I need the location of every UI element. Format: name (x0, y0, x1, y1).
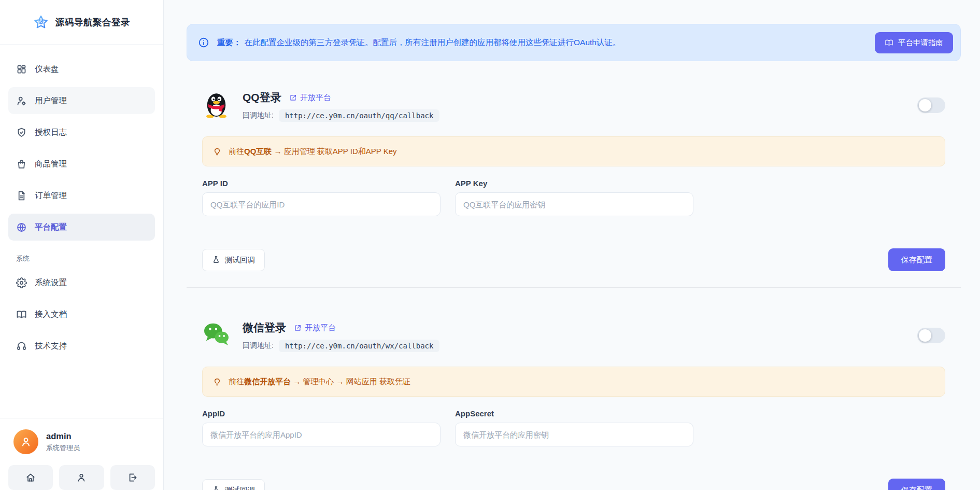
user-role: 系统管理员 (46, 443, 80, 453)
sidebar-item-label: 技术支持 (35, 341, 67, 352)
platform-guide-button[interactable]: 平台申请指南 (875, 32, 953, 53)
user-avatar-icon (20, 436, 32, 448)
wechat-appid-field: AppID (202, 409, 441, 446)
dashboard-icon (16, 64, 27, 75)
globe-icon (16, 222, 27, 233)
sidebar-item-label: 仪表盘 (35, 64, 59, 75)
flask-icon (212, 486, 220, 490)
qq-appkey-field: APP Key (455, 179, 693, 216)
external-link-icon (289, 94, 297, 102)
sidebar-item-auth-logs[interactable]: 授权日志 (8, 119, 155, 146)
home-icon (25, 472, 36, 483)
wechat-credentials-form: AppID AppSecret (202, 409, 945, 446)
flask-icon (212, 256, 220, 264)
qq-actions-row: 测试回调 保存配置 (202, 248, 945, 271)
qq-tip-text: 前往QQ互联 → 应用管理 获取APP ID和APP Key (229, 147, 397, 157)
qq-callback-url: http://ce.y0m.cn/oauth/qq/callback (279, 109, 440, 122)
main-content: 重要：在此配置企业级的第三方登录凭证。配置后，所有注册用户创建的应用都将使用这些… (164, 0, 980, 490)
qq-appkey-label: APP Key (455, 179, 693, 188)
info-banner: 重要：在此配置企业级的第三方登录凭证。配置后，所有注册用户创建的应用都将使用这些… (187, 24, 961, 61)
app-logo: 源码导航聚合登录 (0, 0, 163, 45)
gear-icon (16, 277, 27, 288)
user-meta: admin 系统管理员 (46, 431, 80, 453)
sidebar-item-label: 商品管理 (35, 159, 67, 170)
qq-open-platform-link[interactable]: 开放平台 (289, 93, 331, 103)
wechat-callback-row: 回调地址: http://ce.y0m.cn/oauth/wx/callback (243, 340, 439, 352)
sidebar-item-users[interactable]: 用户管理 (8, 87, 155, 114)
toggle-knob (919, 99, 931, 111)
qq-save-config-button[interactable]: 保存配置 (888, 248, 945, 271)
sidebar-footer-actions (0, 460, 163, 490)
star-logo-icon (33, 15, 49, 30)
sidebar-item-label: 用户管理 (35, 95, 67, 106)
qq-appid-input[interactable] (202, 192, 441, 216)
book-icon (16, 309, 27, 320)
toggle-knob (919, 329, 931, 342)
wechat-test-callback-button[interactable]: 测试回调 (202, 479, 265, 490)
qq-enable-toggle[interactable] (917, 97, 945, 113)
sidebar-item-orders[interactable]: 订单管理 (8, 182, 155, 209)
sidebar-item-system-settings[interactable]: 系统设置 (8, 269, 155, 296)
qq-appid-field: APP ID (202, 179, 441, 216)
qq-section-header: QQ登录 开放平台 回调地址: http://ce.y0m.cn/oauth/q… (202, 90, 945, 122)
sidebar-item-label: 订单管理 (35, 190, 67, 201)
wechat-callback-url: http://ce.y0m.cn/oauth/wx/callback (279, 340, 440, 352)
wechat-tip-banner: 前往微信开放平台 → 管理中心 → 网站应用 获取凭证 (202, 367, 945, 397)
order-file-icon (16, 190, 27, 201)
wechat-open-platform-link[interactable]: 开放平台 (294, 323, 336, 333)
headset-icon (16, 341, 27, 352)
wechat-appsecret-label: AppSecret (455, 409, 693, 418)
info-icon (198, 37, 209, 48)
qq-appkey-input[interactable] (455, 192, 693, 216)
qq-test-callback-button[interactable]: 测试回调 (202, 249, 265, 271)
sidebar-item-label: 授权日志 (35, 127, 67, 138)
guide-book-icon (885, 38, 893, 47)
wechat-login-section: 微信登录 开放平台 回调地址: http://ce.y0m.cn/oauth/w… (202, 320, 945, 490)
external-link-icon (294, 324, 302, 332)
qq-appid-label: APP ID (202, 179, 441, 188)
qq-login-section: QQ登录 开放平台 回调地址: http://ce.y0m.cn/oauth/q… (202, 90, 945, 271)
app-root: 源码导航聚合登录 仪表盘 用户管理 (0, 0, 980, 490)
qq-section-title: QQ登录 (243, 90, 281, 105)
qq-callback-row: 回调地址: http://ce.y0m.cn/oauth/qq/callback (243, 109, 439, 122)
home-button[interactable] (8, 465, 53, 490)
banner-text: 重要：在此配置企业级的第三方登录凭证。配置后，所有注册用户创建的应用都将使用这些… (217, 37, 867, 48)
sidebar-item-products[interactable]: 商品管理 (8, 150, 155, 177)
sidebar-item-docs[interactable]: 接入文档 (8, 301, 155, 328)
wechat-save-config-button[interactable]: 保存配置 (888, 479, 945, 490)
logout-icon (127, 472, 138, 483)
wechat-appid-input[interactable] (202, 423, 441, 446)
lightbulb-icon (212, 377, 222, 386)
wechat-appsecret-input[interactable] (455, 423, 693, 446)
wechat-logo-icon (202, 320, 231, 349)
wechat-section-title: 微信登录 (243, 320, 286, 335)
user-icon (76, 472, 87, 483)
app-title: 源码导航聚合登录 (55, 16, 130, 29)
sidebar-item-platform-config[interactable]: 平台配置 (8, 214, 155, 241)
shield-icon (16, 127, 27, 138)
wechat-actions-row: 测试回调 保存配置 (202, 479, 945, 490)
callback-label: 回调地址: (243, 111, 274, 120)
qq-logo-icon (202, 90, 231, 119)
callback-label: 回调地址: (243, 341, 274, 351)
sidebar-item-dashboard[interactable]: 仪表盘 (8, 55, 155, 82)
profile-button[interactable] (59, 465, 104, 490)
banner-label: 重要： (217, 38, 242, 47)
logout-button[interactable] (110, 465, 155, 490)
wechat-enable-toggle[interactable] (917, 328, 945, 343)
sidebar-item-support[interactable]: 技术支持 (8, 332, 155, 359)
nav-section-label: 系统 (8, 245, 155, 269)
qq-credentials-form: APP ID APP Key (202, 179, 945, 216)
qq-title-block: QQ登录 开放平台 回调地址: http://ce.y0m.cn/oauth/q… (243, 90, 439, 122)
lightbulb-icon (212, 147, 222, 156)
user-name: admin (46, 431, 80, 441)
sidebar-item-label: 平台配置 (35, 222, 67, 233)
user-profile: admin 系统管理员 (0, 418, 163, 460)
user-manage-icon (16, 95, 27, 106)
wechat-title-block: 微信登录 开放平台 回调地址: http://ce.y0m.cn/oauth/w… (243, 320, 439, 352)
wechat-appsecret-field: AppSecret (455, 409, 693, 446)
wechat-appid-label: AppID (202, 409, 441, 418)
sidebar: 源码导航聚合登录 仪表盘 用户管理 (0, 0, 164, 490)
section-divider (187, 287, 961, 288)
shopping-bag-icon (16, 159, 27, 170)
